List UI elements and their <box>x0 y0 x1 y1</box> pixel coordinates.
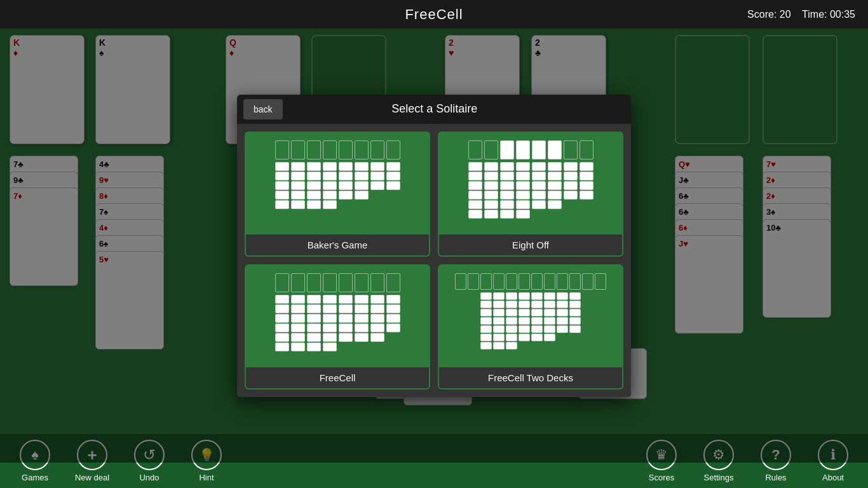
games-label: Games <box>22 473 48 482</box>
back-button[interactable]: back <box>243 99 283 119</box>
eight-off-option[interactable]: Eight Off <box>438 132 623 257</box>
app-header: FreeCell Score: 20 Time: 00:35 <box>0 0 868 29</box>
score-value: 20 <box>780 9 791 20</box>
modal-header: back Select a Solitaire <box>237 95 631 124</box>
new-deal-label: New deal <box>75 473 109 482</box>
time-value: 00:35 <box>830 9 855 20</box>
app-title: FreeCell <box>405 6 463 23</box>
about-label: About <box>822 473 844 482</box>
freecell-label: FreeCell <box>246 367 429 388</box>
score-label: Score: <box>747 9 776 20</box>
solitaire-select-modal: back Select a Solitaire <box>237 95 631 397</box>
bakers-game-preview <box>246 133 429 234</box>
bakers-game-label: Baker's Game <box>246 234 429 255</box>
eight-off-label: Eight Off <box>439 234 622 255</box>
hint-label: Hint <box>199 473 214 482</box>
settings-label: Settings <box>704 473 734 482</box>
bakers-game-option[interactable]: Baker's Game <box>245 132 430 257</box>
modal-overlay: back Select a Solitaire <box>0 29 868 463</box>
modal-body: Baker's Game <box>237 124 631 397</box>
undo-label: Undo <box>139 473 159 482</box>
freecell-two-decks-preview <box>439 266 622 367</box>
freecell-two-decks-label: FreeCell Two Decks <box>439 367 622 388</box>
freecell-two-decks-option[interactable]: FreeCell Two Decks <box>438 264 623 390</box>
modal-title: Select a Solitaire <box>289 102 631 116</box>
game-area: K♦ K♠ Q♦ 2♥ 2♣ 7♣ 9♣ 7♦ 4♣ 9♥ 8♦ 7♠ 4♦ <box>0 29 868 463</box>
score-time-display: Score: 20 Time: 00:35 <box>747 9 855 20</box>
scores-label: Scores <box>649 473 674 482</box>
time-label: Time: <box>802 9 827 20</box>
freecell-preview <box>246 266 429 367</box>
rules-label: Rules <box>765 473 786 482</box>
freecell-option[interactable]: FreeCell <box>245 264 430 390</box>
eight-off-preview <box>439 133 622 234</box>
